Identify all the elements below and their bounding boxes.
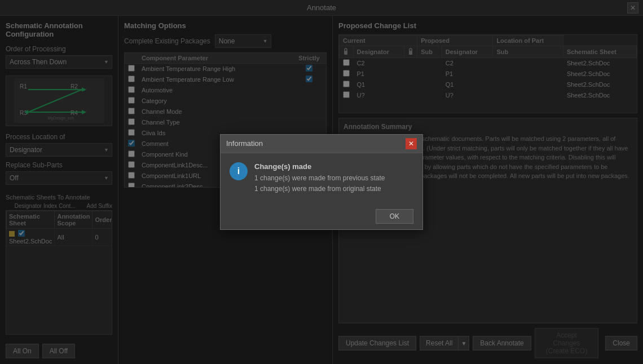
- dialog-body: i Change(s) made 1 change(s) were made f…: [221, 153, 422, 203]
- dialog-overlay: Information ✕ i Change(s) made 1 change(…: [0, 0, 643, 364]
- dialog-message-line2: 1 change(s) were made from original stat…: [254, 184, 413, 194]
- information-dialog: Information ✕ i Change(s) made 1 change(…: [220, 134, 423, 230]
- dialog-titlebar: Information ✕: [221, 135, 422, 153]
- dialog-ok-button[interactable]: OK: [376, 209, 413, 224]
- dialog-info-icon: i: [230, 162, 248, 180]
- dialog-title: Information: [226, 139, 263, 148]
- dialog-close-button[interactable]: ✕: [406, 138, 417, 149]
- dialog-content: Change(s) made 1 change(s) were made fro…: [254, 162, 413, 194]
- dialog-footer: OK: [221, 203, 422, 229]
- dialog-message-title: Change(s) made: [254, 162, 413, 171]
- dialog-message-line1: 1 change(s) were made from previous stat…: [254, 173, 413, 184]
